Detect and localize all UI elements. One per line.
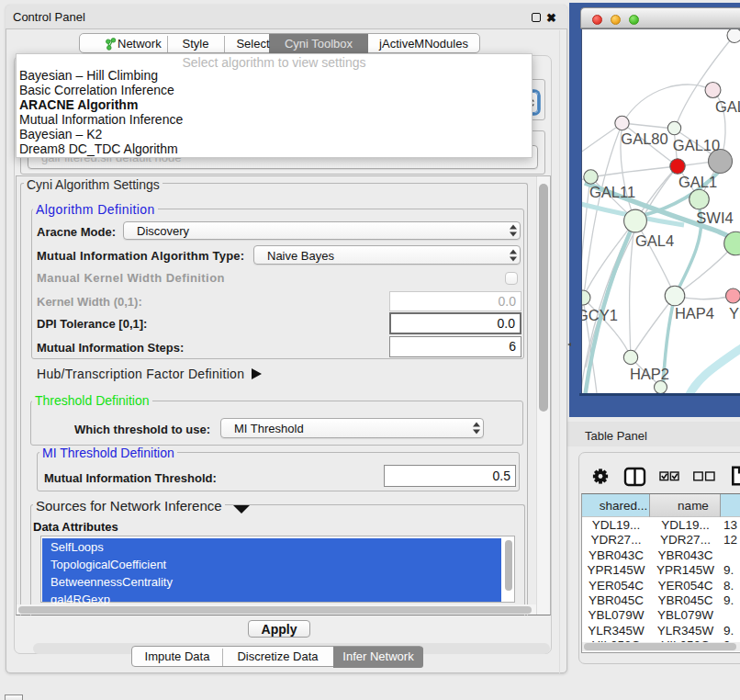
svg-text:GAL10: GAL10: [673, 137, 720, 153]
svg-text:GCY1: GCY1: [581, 307, 618, 323]
svg-text:GAL1: GAL1: [678, 174, 717, 190]
svg-text:YM: YM: [729, 305, 740, 322]
svg-text:HAP2: HAP2: [630, 366, 669, 382]
svg-text:GAL80: GAL80: [621, 130, 667, 147]
svg-text:GAL7: GAL7: [715, 98, 740, 115]
svg-text:SWI4: SWI4: [696, 209, 733, 226]
svg-text:GAL11: GAL11: [589, 184, 635, 200]
svg-text:HAP4: HAP4: [675, 305, 714, 322]
svg-text:GAL4: GAL4: [635, 232, 674, 249]
